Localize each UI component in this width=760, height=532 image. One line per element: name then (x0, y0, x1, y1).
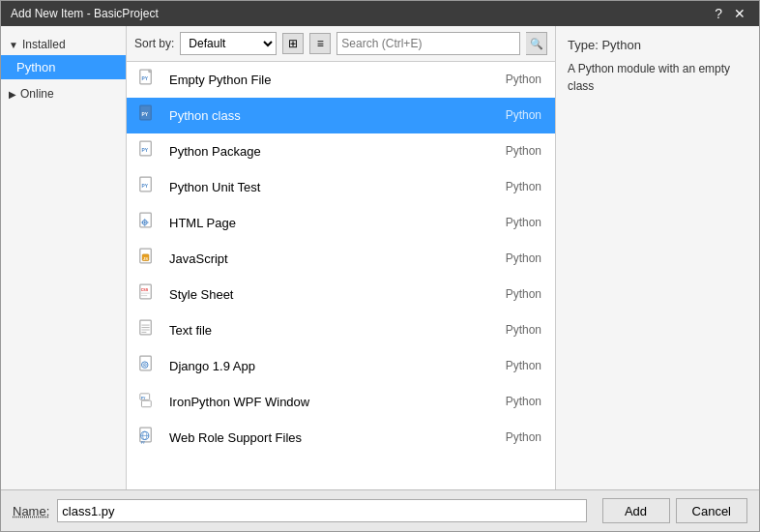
item-category-empty-python: Python (506, 73, 541, 86)
type-label: Type: Python (568, 38, 747, 52)
items-list: PY Empty Python File Python PY Python cl… (127, 62, 555, 489)
svg-text:PY: PY (141, 397, 146, 400)
list-item[interactable]: PY Python class Python (127, 98, 555, 133)
svg-text:CSS: CSS (141, 288, 149, 292)
list-item[interactable]: JS JavaScript Python (127, 241, 555, 277)
svg-text:PY: PY (141, 184, 148, 189)
svg-rect-31 (141, 400, 151, 407)
list-item[interactable]: HTML Page Python (127, 205, 555, 241)
item-category-style-sheet: Python (506, 287, 541, 301)
item-name-python-package: Python Package (169, 144, 496, 159)
online-triangle: ▶ (9, 89, 16, 100)
list-view-button[interactable]: ≡ (309, 33, 331, 54)
item-name-javascript: JavaScript (169, 251, 496, 266)
item-name-style-sheet: Style Sheet (169, 287, 496, 302)
item-icon-text-file (136, 318, 160, 341)
online-section[interactable]: ▶ Online (1, 83, 126, 104)
svg-text:PY: PY (141, 76, 148, 81)
item-icon-python-unit-test: PY (136, 175, 160, 198)
installed-section: ▼ Installed (1, 34, 126, 55)
item-category-html-page: Python (506, 216, 541, 229)
type-value: Python (601, 38, 640, 52)
item-category-python-package: Python (506, 144, 541, 158)
item-icon-javascript: JS (136, 247, 160, 270)
sortby-label: Sort by: (134, 37, 174, 50)
item-name-web-role: Web Role Support Files (169, 430, 496, 445)
grid-view-button[interactable]: ⊞ (282, 33, 304, 54)
item-name-empty-python: Empty Python File (169, 73, 496, 87)
item-category-web-role: Python (506, 430, 541, 444)
right-panel: Type: Python A Python module with an emp… (556, 26, 759, 489)
type-description: A Python module with an empty class (568, 60, 747, 95)
svg-text:PY: PY (141, 112, 148, 117)
add-new-item-dialog: Add New Item - BasicProject ? ✕ ▼ Instal… (0, 0, 760, 532)
dialog-body: ▼ Installed Python ▶ Online Sort by: Def… (1, 26, 759, 489)
item-category-django-app: Python (506, 359, 541, 372)
item-icon-html-page (136, 211, 160, 234)
name-input[interactable] (57, 499, 586, 522)
cancel-button[interactable]: Cancel (676, 498, 747, 523)
item-icon-ironpython-wpf: PY (136, 390, 160, 413)
list-item[interactable]: PY Python Unit Test Python (127, 169, 555, 205)
bottom-bar: Name: Add Cancel (1, 489, 759, 531)
collapse-triangle: ▼ (9, 40, 18, 50)
action-buttons: Add Cancel (602, 498, 747, 523)
add-button[interactable]: Add (602, 498, 670, 523)
item-icon-python-class: PY (136, 103, 160, 127)
item-category-ironpython-wpf: Python (506, 395, 541, 408)
search-input[interactable] (336, 32, 520, 55)
search-icon-button[interactable]: 🔍 (526, 32, 547, 55)
item-name-django-app: Django 1.9 App (169, 359, 496, 373)
sortby-select[interactable]: Default Name Type (180, 32, 277, 55)
title-bar-buttons: ? ✕ (711, 7, 749, 20)
close-button[interactable]: ✕ (730, 7, 749, 20)
list-item[interactable]: PY Empty Python File Python (127, 62, 555, 98)
type-prefix: Type: (568, 38, 599, 52)
name-label: Name: (13, 504, 49, 518)
center-panel: Sort by: Default Name Type ⊞ ≡ 🔍 (127, 26, 556, 489)
item-category-python-unit-test: Python (506, 180, 541, 193)
item-name-html-page: HTML Page (169, 216, 496, 230)
svg-point-29 (144, 365, 145, 366)
item-icon-empty-python: PY (136, 68, 160, 91)
window-title: Add New Item - BasicProject (11, 7, 159, 20)
list-item[interactable]: PY IronPython WPF Window Python (127, 384, 555, 420)
list-item[interactable]: PY Web Role Support Files Python (127, 420, 555, 456)
online-label: Online (20, 87, 54, 101)
list-item[interactable]: Text file Python (127, 312, 555, 348)
item-name-python-class: Python class (169, 108, 496, 123)
item-icon-django-app (136, 354, 160, 377)
item-icon-style-sheet: CSS (136, 282, 160, 306)
item-name-python-unit-test: Python Unit Test (169, 180, 496, 194)
item-category-javascript: Python (506, 251, 541, 265)
sidebar-item-python[interactable]: Python (1, 55, 126, 79)
installed-label: Installed (22, 38, 66, 51)
left-panel: ▼ Installed Python ▶ Online (1, 26, 127, 489)
item-icon-python-package: PY (136, 139, 160, 163)
list-item[interactable]: PY Python Package Python (127, 133, 555, 169)
item-name-ironpython-wpf: IronPython WPF Window (169, 395, 496, 409)
item-icon-web-role: PY (136, 426, 160, 449)
list-item[interactable]: Django 1.9 App Python (127, 348, 555, 384)
help-button[interactable]: ? (711, 7, 726, 20)
title-bar: Add New Item - BasicProject ? ✕ (1, 1, 759, 26)
item-category-text-file: Python (506, 323, 541, 337)
item-category-python-class: Python (506, 108, 541, 122)
list-item[interactable]: CSS Style Sheet Python (127, 277, 555, 312)
svg-text:PY: PY (141, 148, 148, 153)
svg-text:JS: JS (143, 256, 148, 261)
item-name-text-file: Text file (169, 323, 496, 338)
center-toolbar: Sort by: Default Name Type ⊞ ≡ 🔍 (127, 26, 555, 62)
